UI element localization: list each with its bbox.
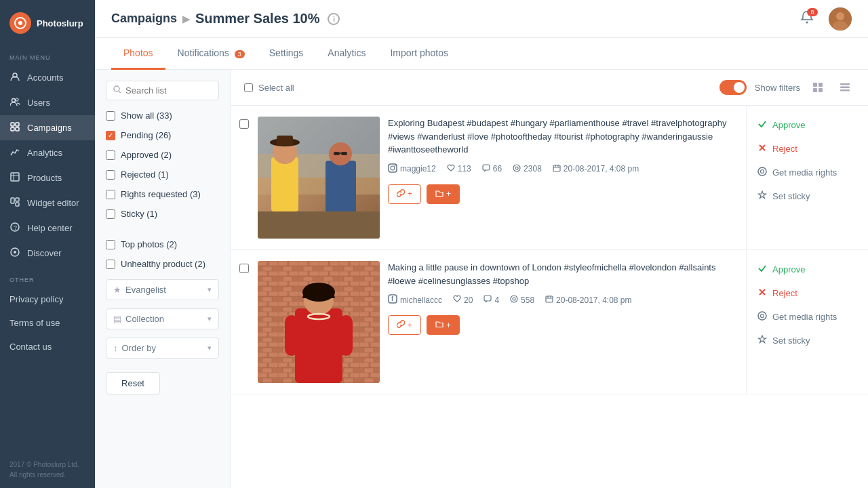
- check-icon: [757, 119, 767, 131]
- sidebar-item-contact[interactable]: Contact us: [0, 335, 95, 359]
- filter-pending-label: Pending (26): [121, 130, 171, 140]
- filter-sticky-checkbox[interactable]: [106, 209, 115, 219]
- filter-top-photos-checkbox[interactable]: [106, 240, 115, 249]
- breadcrumb-separator: ▶: [182, 14, 190, 24]
- svg-point-82: [761, 314, 764, 318]
- filter-approved[interactable]: Approved (2): [106, 148, 219, 162]
- reset-button[interactable]: Reset: [106, 372, 160, 394]
- svg-point-81: [758, 312, 766, 320]
- filter-rights-requested[interactable]: Rights requested (3): [106, 187, 219, 201]
- filter-top-photos[interactable]: Top photos (2): [106, 237, 219, 251]
- sidebar-logo[interactable]: Photoslurp: [0, 0, 95, 46]
- reject-button-1[interactable]: Reject: [747, 138, 868, 160]
- reject-label-2: Reject: [772, 288, 797, 298]
- avatar[interactable]: [829, 7, 852, 30]
- collection-label: Collection: [125, 314, 164, 324]
- photo-1-info: Exploring Budapest #budapest #hungary #p…: [388, 106, 746, 249]
- sidebar-footer: 2017 © Photoslurp Ltd. All rights reserv…: [0, 451, 95, 488]
- filter-approved-checkbox[interactable]: [106, 150, 115, 160]
- svg-point-23: [114, 86, 119, 92]
- list-view-button[interactable]: [835, 78, 854, 97]
- photo-2-link-button[interactable]: +: [388, 315, 421, 335]
- filter-show-all-label: Show all (33): [121, 110, 172, 121]
- order-by-dropdown[interactable]: ↕ Order by ▾: [106, 338, 219, 359]
- set-sticky-button-2[interactable]: Set sticky: [747, 329, 868, 352]
- media-rights-icon-2: [757, 311, 767, 323]
- approve-button-2[interactable]: Approve: [747, 258, 868, 281]
- discover-icon: [9, 247, 20, 259]
- collection-icon: ▤: [113, 314, 121, 324]
- sidebar-item-widget-editor[interactable]: Widget editor: [0, 190, 95, 216]
- link-icon: [397, 189, 405, 199]
- photo-1-date-value: 20-08-2017, 4:08 pm: [564, 164, 639, 174]
- collection-dropdown[interactable]: ▤ Collection ▾: [106, 308, 219, 329]
- sidebar-item-privacy[interactable]: Privacy policy: [0, 287, 95, 311]
- photo-2-folder-button[interactable]: +: [427, 315, 460, 335]
- approve-label-2: Approve: [772, 264, 805, 274]
- filter-panel: Show all (33) ✓ Pending (26) Approved (2…: [95, 70, 231, 488]
- reject-button-2[interactable]: Reject: [747, 282, 868, 304]
- sidebar-item-accounts[interactable]: Accounts: [0, 65, 95, 90]
- sidebar-item-analytics[interactable]: Analytics: [0, 140, 95, 165]
- svg-rect-35: [271, 157, 298, 211]
- svg-rect-12: [11, 198, 14, 203]
- svg-point-58: [761, 170, 764, 174]
- svg-rect-72: [484, 296, 491, 301]
- filter-unhealthy-checkbox[interactable]: [106, 260, 115, 269]
- filter-rights-requested-checkbox[interactable]: [106, 190, 115, 199]
- check-icon-2: [757, 264, 767, 275]
- filter-show-all-checkbox[interactable]: [106, 111, 115, 121]
- header-right: 8: [796, 7, 852, 30]
- svg-rect-7: [11, 127, 14, 131]
- tab-photos[interactable]: Photos: [111, 38, 165, 70]
- tab-settings[interactable]: Settings: [257, 38, 316, 70]
- tab-notifications[interactable]: Notifications 3: [165, 38, 257, 70]
- info-icon[interactable]: i: [328, 13, 340, 25]
- filter-unhealthy[interactable]: Unhealthy product (2): [106, 257, 219, 271]
- help-center-icon: ?: [9, 222, 20, 234]
- approve-button-1[interactable]: Approve: [747, 114, 868, 136]
- tab-import-photos[interactable]: Import photos: [378, 38, 460, 70]
- grid-view-button[interactable]: [808, 78, 827, 97]
- photo-1-link-button[interactable]: +: [388, 184, 421, 204]
- photo-1-thumbnail: [258, 117, 380, 239]
- sidebar-item-users-label: Users: [27, 98, 50, 108]
- sidebar-item-help-center[interactable]: ? Help center: [0, 216, 95, 241]
- chevron-down-icon-3: ▾: [208, 344, 212, 352]
- show-filters-toggle[interactable]: [719, 80, 747, 95]
- sidebar-item-discover[interactable]: Discover: [0, 241, 95, 266]
- photo-2-check[interactable]: [231, 250, 258, 394]
- photo-1-check[interactable]: [231, 106, 258, 249]
- tab-analytics[interactable]: Analytics: [315, 38, 378, 70]
- get-media-rights-button-2[interactable]: Get media rights: [747, 306, 868, 328]
- sidebar-item-products[interactable]: Products: [0, 165, 95, 190]
- photo-2-date: 20-08-2017, 4:08 pm: [545, 295, 631, 305]
- filter-rejected-checkbox[interactable]: [106, 170, 115, 180]
- notifications-button[interactable]: 8: [796, 8, 818, 30]
- select-all-checkbox[interactable]: [244, 83, 253, 92]
- reach-icon: [513, 164, 521, 174]
- photo-1-folder-button[interactable]: +: [427, 184, 460, 204]
- sidebar-item-widget-editor-label: Widget editor: [27, 198, 79, 208]
- filter-pending[interactable]: ✓ Pending (26): [106, 128, 219, 142]
- filter-show-all[interactable]: Show all (33): [106, 108, 219, 123]
- set-sticky-button-1[interactable]: Set sticky: [747, 185, 868, 207]
- filter-unhealthy-label: Unhealthy product (2): [121, 259, 205, 269]
- select-all[interactable]: Select all: [244, 83, 294, 93]
- search-input[interactable]: [125, 85, 212, 96]
- photo-1-folder-label: +: [446, 189, 451, 199]
- get-media-rights-button-1[interactable]: Get media rights: [747, 161, 868, 184]
- filter-rights-requested-label: Rights requested (3): [121, 189, 201, 199]
- filter-pending-checkbox[interactable]: ✓: [106, 131, 115, 140]
- filter-sticky[interactable]: Sticky (1): [106, 207, 219, 221]
- svg-point-21: [836, 12, 844, 20]
- photo-2-checkbox[interactable]: [239, 264, 249, 273]
- sidebar-item-users[interactable]: Users: [0, 90, 95, 115]
- photo-1-meta: maggie12 113: [388, 163, 741, 175]
- filter-rejected[interactable]: Rejected (1): [106, 167, 219, 182]
- sidebar-item-campaigns[interactable]: Campaigns: [0, 115, 95, 140]
- sidebar-item-terms[interactable]: Terms of use: [0, 311, 95, 335]
- photo-2-caption: Making a little pause in downtown of Lon…: [388, 261, 741, 287]
- photo-1-checkbox[interactable]: [239, 119, 249, 129]
- evangelist-dropdown[interactable]: ★ Evangelist ▾: [106, 279, 219, 300]
